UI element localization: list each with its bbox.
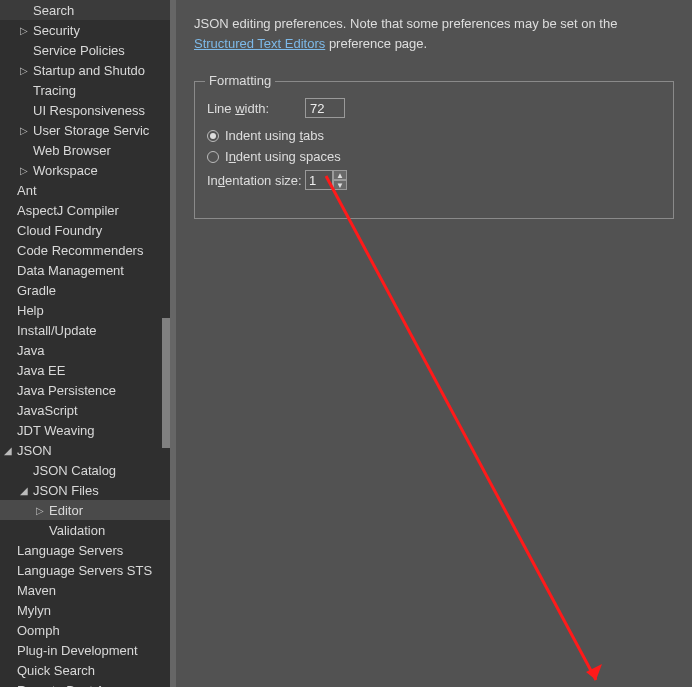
tree-item-gradle[interactable]: Gradle (0, 280, 170, 300)
tree-item-user-storage-servic[interactable]: ▷User Storage Servic (0, 120, 170, 140)
tree-item-label: Workspace (30, 163, 98, 178)
tree-item-label: Cloud Foundry (14, 223, 102, 238)
tree-item-service-policies[interactable]: Service Policies (0, 40, 170, 60)
indent-tabs-label: Indent using tabs (225, 128, 324, 143)
tree-item-json-files[interactable]: ◢JSON Files (0, 480, 170, 500)
no-expand-icon (18, 84, 30, 96)
sidebar-scrollbar-thumb[interactable] (162, 318, 170, 448)
indent-size-input[interactable] (305, 170, 333, 190)
tree-item-java-persistence[interactable]: Java Persistence (0, 380, 170, 400)
tree-item-code-recommenders[interactable]: Code Recommenders (0, 240, 170, 260)
no-expand-icon (2, 204, 14, 216)
tree-item-label: Java EE (14, 363, 65, 378)
spinner-up-button[interactable]: ▲ (333, 170, 347, 180)
tree-item-jdt-weaving[interactable]: JDT Weaving (0, 420, 170, 440)
no-expand-icon (2, 264, 14, 276)
tree-item-label: JavaScript (14, 403, 78, 418)
tree-item-java-ee[interactable]: Java EE (0, 360, 170, 380)
tree-item-maven[interactable]: Maven (0, 580, 170, 600)
tree-item-language-servers[interactable]: Language Servers (0, 540, 170, 560)
no-expand-icon (2, 304, 14, 316)
tree-item-label: JSON (14, 443, 52, 458)
intro-text-suffix: preference page. (325, 36, 427, 51)
tree-item-label: Startup and Shutdo (30, 63, 145, 78)
tree-item-install-update[interactable]: Install/Update (0, 320, 170, 340)
structured-text-editors-link[interactable]: Structured Text Editors (194, 36, 325, 51)
tree-item-label: Search (30, 3, 74, 18)
tree-item-label: JSON Catalog (30, 463, 116, 478)
tree-item-json[interactable]: ◢JSON (0, 440, 170, 460)
tree-item-cloud-foundry[interactable]: Cloud Foundry (0, 220, 170, 240)
formatting-group: Formatting Line width: Indent using tabs… (194, 81, 674, 219)
tree-item-remote-boot-apps[interactable]: Remote Boot Apps (0, 680, 170, 687)
tree-item-label: Maven (14, 583, 56, 598)
tree-item-label: Quick Search (14, 663, 95, 678)
tree-item-language-servers-sts[interactable]: Language Servers STS (0, 560, 170, 580)
collapsed-icon[interactable]: ▷ (34, 504, 46, 516)
tree-item-label: Language Servers STS (14, 563, 152, 578)
tree-item-security[interactable]: ▷Security (0, 20, 170, 40)
tree-item-label: Remote Boot Apps (14, 683, 125, 688)
tree-item-label: Tracing (30, 83, 76, 98)
no-expand-icon (2, 384, 14, 396)
tree-item-label: JSON Files (30, 483, 99, 498)
line-width-input[interactable] (305, 98, 345, 118)
indent-spaces-label: Indent using spaces (225, 149, 341, 164)
expanded-icon[interactable]: ◢ (18, 484, 30, 496)
tree-item-javascript[interactable]: JavaScript (0, 400, 170, 420)
no-expand-icon (18, 144, 30, 156)
no-expand-icon (2, 184, 14, 196)
tree-item-label: Java (14, 343, 44, 358)
tree-item-web-browser[interactable]: Web Browser (0, 140, 170, 160)
tree-item-workspace[interactable]: ▷Workspace (0, 160, 170, 180)
tree-item-label: Service Policies (30, 43, 125, 58)
indent-tabs-radio[interactable] (207, 130, 219, 142)
tree-item-ant[interactable]: Ant (0, 180, 170, 200)
no-expand-icon (2, 424, 14, 436)
tree-item-quick-search[interactable]: Quick Search (0, 660, 170, 680)
tree-item-data-management[interactable]: Data Management (0, 260, 170, 280)
no-expand-icon (2, 284, 14, 296)
tree-item-label: Editor (46, 503, 83, 518)
no-expand-icon (2, 604, 14, 616)
no-expand-icon (2, 664, 14, 676)
tree-item-validation[interactable]: Validation (0, 520, 170, 540)
intro-text: JSON editing preferences. Note that some… (194, 16, 617, 31)
no-expand-icon (2, 624, 14, 636)
indent-size-spinner[interactable]: ▲ ▼ (305, 170, 347, 190)
tree-item-label: Security (30, 23, 80, 38)
tree-item-oomph[interactable]: Oomph (0, 620, 170, 640)
no-expand-icon (2, 584, 14, 596)
tree-item-aspectj-compiler[interactable]: AspectJ Compiler (0, 200, 170, 220)
tree-item-tracing[interactable]: Tracing (0, 80, 170, 100)
tree-item-java[interactable]: Java (0, 340, 170, 360)
spinner-down-button[interactable]: ▼ (333, 180, 347, 190)
tree-item-json-catalog[interactable]: JSON Catalog (0, 460, 170, 480)
no-expand-icon (18, 464, 30, 476)
tree-item-help[interactable]: Help (0, 300, 170, 320)
line-width-label: Line width: (207, 101, 305, 116)
no-expand-icon (2, 324, 14, 336)
no-expand-icon (2, 364, 14, 376)
collapsed-icon[interactable]: ▷ (18, 164, 30, 176)
tree-item-mylyn[interactable]: Mylyn (0, 600, 170, 620)
preferences-tree-sidebar: Search▷SecurityService Policies▷Startup … (0, 0, 170, 687)
no-expand-icon (18, 4, 30, 16)
tree-item-search[interactable]: Search (0, 0, 170, 20)
no-expand-icon (2, 244, 14, 256)
tree-item-startup-and-shutdo[interactable]: ▷Startup and Shutdo (0, 60, 170, 80)
tree-item-editor[interactable]: ▷Editor (0, 500, 170, 520)
preferences-tree[interactable]: Search▷SecurityService Policies▷Startup … (0, 0, 170, 687)
indent-spaces-radio[interactable] (207, 151, 219, 163)
tree-item-label: User Storage Servic (30, 123, 149, 138)
no-expand-icon (2, 404, 14, 416)
tree-item-plug-in-development[interactable]: Plug-in Development (0, 640, 170, 660)
expanded-icon[interactable]: ◢ (2, 444, 14, 456)
no-expand-icon (34, 524, 46, 536)
collapsed-icon[interactable]: ▷ (18, 64, 30, 76)
no-expand-icon (2, 224, 14, 236)
tree-item-ui-responsiveness[interactable]: UI Responsiveness (0, 100, 170, 120)
indent-size-label: Indentation size: (207, 173, 305, 188)
collapsed-icon[interactable]: ▷ (18, 24, 30, 36)
collapsed-icon[interactable]: ▷ (18, 124, 30, 136)
